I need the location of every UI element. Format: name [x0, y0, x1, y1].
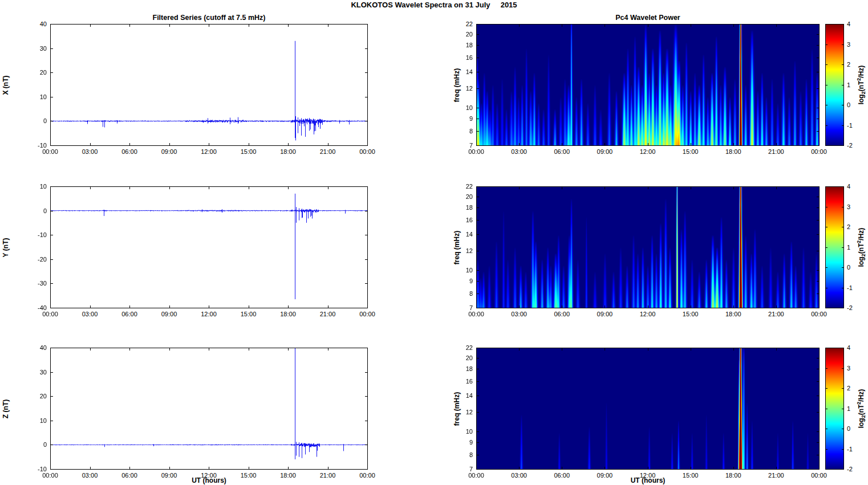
x-tick-label: 21:00: [764, 311, 789, 318]
x-tick-label: 15:00: [236, 472, 261, 479]
x-tick-label: 12:00: [196, 472, 221, 479]
x-tick-label: 00:00: [38, 311, 63, 318]
colorbar-tick-label: -2: [847, 304, 864, 312]
x-tick-label: 03:00: [78, 472, 103, 479]
x-tick-label: 09:00: [592, 311, 617, 318]
freq-tick-label: 14: [448, 231, 473, 238]
x-tick-label: 15:00: [236, 148, 261, 156]
z-wavelet-plot: [476, 348, 820, 470]
y-tick-label: -10: [22, 231, 47, 239]
x-tick-label: 12:00: [635, 311, 660, 318]
filtered-series-title: Filtered Series (cutoff at 7.5 mHz): [50, 14, 368, 22]
x-tick-label: 00:00: [464, 472, 489, 479]
freq-tick-label: 12: [448, 85, 473, 92]
x-tick-label: 18:00: [275, 472, 301, 479]
freq-tick-label: 12: [448, 247, 473, 255]
freq-tick-label: 12: [448, 409, 473, 416]
colorbar-y: [825, 186, 844, 308]
x-tick-label: 00:00: [355, 311, 380, 318]
colorbar-tick-label: 0: [847, 101, 864, 109]
x-wavelet-plot: [476, 24, 820, 146]
x-tick-label: 21:00: [315, 311, 340, 318]
x-tick-label: 18:00: [275, 311, 301, 318]
y-tick-label: -30: [22, 280, 47, 287]
freq-tick-label: 10: [448, 104, 473, 112]
colorbar-x: [825, 24, 844, 146]
x-tick-label: 00:00: [355, 472, 380, 479]
y-tick-label: 20: [22, 69, 47, 76]
x-tick-label: 18:00: [721, 148, 746, 156]
x-tick-label: 06:00: [117, 311, 142, 318]
y-series-plot: [50, 186, 368, 308]
freq-tick-label: 20: [448, 31, 473, 38]
freq-tick-label: 18: [448, 204, 473, 211]
x-tick-label: 03:00: [78, 311, 103, 318]
colorbar-tick-label: 0: [847, 264, 864, 271]
y-tick-label: 10: [22, 93, 47, 101]
x-tick-label: 00:00: [806, 472, 832, 479]
x-tick-label: 06:00: [117, 148, 142, 156]
x-tick-label: 00:00: [38, 472, 63, 479]
freq-tick-label: 14: [448, 392, 473, 400]
x-tick-label: 12:00: [196, 311, 221, 318]
x-series-canvas: [50, 24, 368, 146]
x-tick-label: 09:00: [157, 148, 182, 156]
freq-tick-label: 9: [448, 439, 473, 446]
x-tick-label: 21:00: [315, 148, 340, 156]
freq-tick-label: 18: [448, 365, 473, 373]
colorbar-tick-label: 3: [847, 41, 864, 48]
y-tick-label: 0: [22, 207, 47, 215]
x-tick-label: 06:00: [117, 472, 142, 479]
x-tick-label: 00:00: [38, 148, 63, 156]
y-wavelet-canvas: [476, 186, 820, 308]
x-tick-label: 15:00: [678, 148, 703, 156]
wavelet-spectra-figure: KLOKOTOS Wavelet Spectra on 31 July 2015…: [0, 0, 868, 485]
freq-tick-label: 8: [448, 128, 473, 135]
colorbar-tick-label: 2: [847, 223, 864, 231]
colorbar-tick-label: -2: [847, 142, 864, 149]
colorbar-tick-label: 0: [847, 425, 864, 433]
colorbar-z-canvas: [825, 348, 844, 470]
figure-title: KLOKOTOS Wavelet Spectra on 31 July 2015: [0, 1, 868, 9]
z-series-canvas: [50, 348, 368, 470]
x-tick-label: 21:00: [764, 148, 789, 156]
freq-tick-label: 16: [448, 378, 473, 385]
colorbar-y-canvas: [825, 186, 844, 308]
x-tick-label: 12:00: [635, 472, 660, 479]
colorbar-tick-label: 1: [847, 405, 864, 413]
z-series-plot: [50, 348, 368, 470]
freq-tick-label: 22: [448, 344, 473, 352]
x-tick-label: 12:00: [196, 148, 221, 156]
colorbar-z: [825, 348, 844, 470]
x-tick-label: 12:00: [635, 148, 660, 156]
x-tick-label: 00:00: [806, 148, 832, 156]
freq-tick-label: 20: [448, 193, 473, 201]
colorbar-x-canvas: [825, 24, 844, 146]
y-tick-label: 0: [22, 117, 47, 125]
colorbar-label-sub: 2: [861, 91, 866, 94]
freq-tick-label: 9: [448, 115, 473, 123]
y-tick-label: 30: [22, 45, 47, 52]
x-series-ylabel: X (nT): [2, 25, 10, 146]
colorbar-tick-label: 4: [847, 183, 864, 190]
x-wavelet-canvas: [476, 24, 820, 146]
freq-tick-label: 10: [448, 267, 473, 274]
y-tick-label: 40: [22, 344, 47, 352]
colorbar-tick-label: -1: [847, 446, 864, 453]
y-tick-label: 40: [22, 21, 47, 28]
freq-tick-label: 9: [448, 278, 473, 285]
y-tick-label: 0: [22, 441, 47, 449]
x-tick-label: 21:00: [315, 472, 340, 479]
colorbar-tick-label: 2: [847, 385, 864, 392]
x-tick-label: 15:00: [678, 472, 703, 479]
colorbar-tick-label: 3: [847, 203, 864, 211]
freq-tick-label: 16: [448, 217, 473, 224]
x-tick-label: 18:00: [721, 472, 746, 479]
colorbar-tick-label: 1: [847, 244, 864, 251]
y-tick-label: 30: [22, 369, 47, 376]
colorbar-tick-label: 4: [847, 344, 864, 352]
colorbar-tick-label: 4: [847, 21, 864, 28]
colorbar-label-sub: 2: [861, 415, 866, 418]
freq-tick-label: 8: [448, 451, 473, 459]
colorbar-tick-label: -1: [847, 284, 864, 292]
